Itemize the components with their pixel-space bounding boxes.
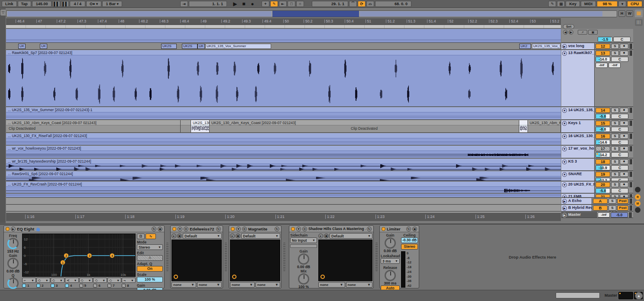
track-header[interactable]: ▶A EchoASPost [561, 198, 633, 205]
preset-select[interactable]: Default▼ [241, 233, 280, 239]
scrub-area[interactable] [6, 25, 561, 29]
audio-track-row[interactable]: ... UK2S_130_FX_RiseFall [2022-09-07 021… [6, 133, 561, 145]
show-browser-tab[interactable]: ▽ [0, 10, 6, 16]
track-volume-field[interactable]: -5.8 [595, 188, 610, 193]
play-button[interactable]: ▶ [231, 1, 239, 7]
param-slot-1[interactable]: none▼ [172, 282, 196, 288]
fold-icon[interactable]: ▶ [562, 199, 567, 204]
solo-button[interactable]: S [611, 108, 619, 113]
track-pan-field[interactable]: C [613, 37, 631, 42]
arrangement-clip[interactable] [181, 120, 191, 132]
track-volume-field[interactable]: -12.2 [595, 178, 610, 181]
track-header[interactable]: ▼14 UK2S_135_14S●-5.8C [561, 107, 633, 120]
arm-button[interactable]: ● [620, 121, 628, 126]
fold-icon[interactable]: ▼ [562, 183, 567, 187]
audition-button[interactable]: Ω [137, 234, 145, 239]
follow-button[interactable]: ⇥ [180, 1, 188, 7]
save-preset-icon[interactable]: ▣ [177, 234, 182, 238]
arrangement-area[interactable]: UKUKUK2SUK2SUKUK2S_135_Vox_SummerUK2UK2S… [6, 29, 561, 213]
arm-button[interactable]: ● [620, 134, 628, 139]
device-on-button[interactable] [172, 227, 176, 231]
arm-button[interactable]: ● [620, 146, 628, 151]
device-fold-button[interactable]: ▼ [296, 227, 301, 231]
limiter-gain-knob[interactable] [385, 237, 396, 249]
computer-midi-keyboard-button[interactable]: ▦ [557, 1, 565, 7]
stop-button[interactable]: ■ [240, 1, 248, 7]
edit-ab-button[interactable]: A [137, 255, 163, 261]
solo-button[interactable]: S [611, 51, 619, 56]
filter-type-select[interactable]: ◇▼ [36, 278, 50, 283]
arrangement-clip[interactable]: ... UK2S_130_Abm_Keys_Coast [2022-09-07 … [6, 120, 181, 132]
overview-view-region[interactable] [272, 11, 359, 17]
arm-button[interactable]: ● [620, 182, 628, 187]
band-enable-checkbox[interactable] [36, 284, 40, 288]
clip-title[interactable]: ... UK2S_FX_RevCrash [2022-09-07 021244] [6, 182, 561, 187]
track-header[interactable]: ▼21 FM821S● [561, 194, 633, 198]
ceiling-value[interactable]: -0.30 dB [401, 237, 418, 243]
track-header[interactable]: ▼20 UK2S_FX_R20S●-5.8C [561, 182, 633, 193]
device-on-button[interactable] [382, 227, 385, 231]
plugin-edit-button[interactable]: ⚙ [302, 227, 307, 231]
prev-locator-button[interactable]: ◀ [563, 30, 568, 35]
punch-out-button[interactable]: ⌓ [366, 1, 374, 7]
track-volume-field[interactable]: -8.8 [595, 127, 610, 132]
plugin-panel[interactable] [172, 240, 222, 281]
next-locator-button[interactable]: ▶ [569, 30, 573, 35]
track-pan-field[interactable]: C [611, 140, 628, 145]
track-volume-field[interactable]: -5.8 [595, 114, 610, 119]
return-a-send-knob[interactable]: R [635, 194, 641, 200]
track-number-arm[interactable]: 17 [595, 146, 610, 151]
track-row-collapsed[interactable] [6, 194, 561, 198]
track-name[interactable]: ▼Keys 1 [561, 120, 595, 132]
hot-swap-icon[interactable]: ↻ [152, 227, 156, 231]
track-name[interactable]: ▼14 UK2S_135_ [561, 107, 595, 119]
solo-button[interactable]: S [611, 172, 619, 177]
release-knob[interactable] [385, 270, 396, 281]
punch-in-button[interactable]: ⌒ [349, 1, 357, 7]
key-map-button[interactable]: Key [566, 1, 580, 7]
q-knob[interactable] [7, 278, 19, 289]
plugin-edit-button[interactable]: ⚙ [242, 227, 247, 231]
freq-knob[interactable] [7, 238, 19, 249]
fold-icon[interactable]: ▶ [562, 213, 567, 218]
arrangement-position-field[interactable]: 1. 1. 1 [189, 1, 227, 7]
track-header[interactable]: ▶Master-inf-5.0 [561, 212, 633, 218]
arrangement-clip[interactable]: UK2S_130_Abm_Keys_Coast [2022-09-07 0212… [210, 120, 519, 132]
arrangement-clip[interactable]: UK [197, 44, 205, 49]
loop-length-field[interactable]: 68. 0. 0 [375, 1, 411, 7]
arrangement-clip[interactable]: UK2 [519, 44, 531, 49]
track-name[interactable]: ▼17 wr_vox_ho [561, 146, 595, 158]
param-slot-1[interactable]: none▼ [318, 282, 345, 288]
browse-presets-icon[interactable]: ▸ [172, 234, 176, 238]
device-on-button[interactable] [6, 227, 10, 231]
track-pan-field[interactable]: C [611, 152, 628, 157]
param-slot-1[interactable]: none▼ [230, 282, 255, 288]
solo-button[interactable]: S [611, 44, 619, 49]
sc-gain-knob[interactable] [298, 253, 309, 265]
track-name[interactable]: ▼KS 3 [561, 159, 595, 170]
master-device-thumbnail[interactable] [618, 292, 633, 299]
filter-type-select[interactable]: ≺▼ [65, 278, 79, 283]
track-header[interactable]: ▼Keys 115S●-8.8C [561, 120, 633, 133]
gain-knob[interactable] [7, 258, 19, 269]
mix-knob[interactable] [298, 273, 309, 285]
fold-icon[interactable]: ▶ [562, 44, 567, 49]
track-pan-field[interactable]: C [611, 178, 628, 181]
nudge-down-button[interactable]: ▌▌ [52, 1, 60, 7]
solo-button[interactable]: S [608, 199, 616, 204]
solo-button[interactable]: S [611, 134, 619, 139]
beat-time-ruler[interactable]: 46.44747.247.347.44848.248.348.44949.249… [6, 18, 561, 25]
device-fold-button[interactable]: ▶ [11, 227, 16, 231]
device-divider[interactable] [375, 243, 378, 271]
track-number-arm[interactable]: 16 [595, 134, 610, 139]
freq-value[interactable]: 153 Hz [5, 249, 21, 253]
keys-track-row[interactable]: ... UK2S_130_Abm_Keys_Coast [2022-09-07 … [6, 120, 561, 133]
fold-icon[interactable]: ▼ [562, 134, 567, 139]
fold-icon[interactable]: ▼ [562, 147, 567, 151]
track-name[interactable]: ▼21 FM8 [561, 194, 595, 197]
band-enable-checkbox[interactable] [65, 284, 69, 288]
plugin-title-bar[interactable]: ▼⚙Magnetite↻ [229, 226, 281, 232]
band-enable-checkbox[interactable] [79, 284, 83, 288]
track-header[interactable]: ▶vox long12S● [561, 43, 633, 50]
plugin-panel[interactable] [318, 240, 372, 281]
